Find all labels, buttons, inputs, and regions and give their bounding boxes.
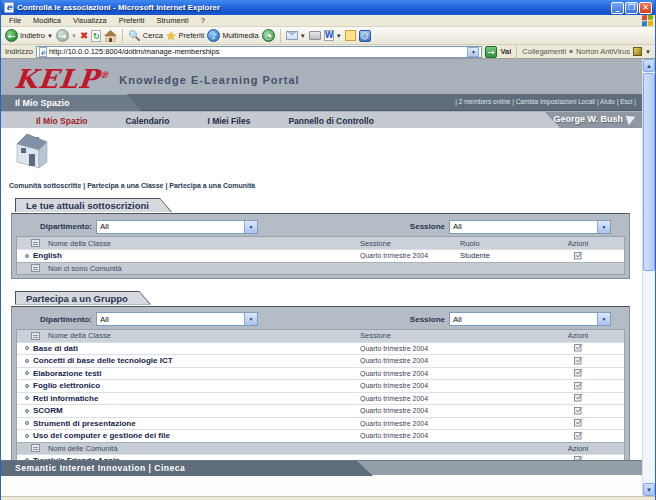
- dept-select[interactable]: All▼: [96, 220, 258, 234]
- space-bar: Il Mio Spazio | 2 members online | Cambi…: [1, 94, 642, 111]
- class-link[interactable]: Reti informatiche: [33, 394, 98, 403]
- address-dropdown-icon[interactable]: ▼: [467, 47, 479, 57]
- session-cell: Quarto trimestre 2004: [360, 252, 460, 259]
- scrollbar-thumb[interactable]: [643, 73, 655, 271]
- antivirus-button[interactable]: Norton AntiVirus: [576, 47, 630, 56]
- menu-item[interactable]: Strumenti: [151, 16, 195, 25]
- session-cell: Quarto trimestre 2004: [360, 357, 532, 364]
- scrollbar-track[interactable]: [643, 272, 655, 483]
- subscriptions-section-tab: Le tue attuali sottoscrizioni: [15, 198, 172, 212]
- links-chevron-icon[interactable]: »: [569, 48, 573, 55]
- class-link[interactable]: Uso del computer e gestione dei file: [33, 431, 170, 440]
- join-group-title: Partecipa a un Gruppo: [16, 292, 150, 305]
- home-button[interactable]: [104, 30, 117, 42]
- address-input[interactable]: e http://10.0.0.125:8004/dotlrn/manage-m…: [36, 46, 483, 58]
- menu-item[interactable]: Visualizza: [67, 16, 113, 25]
- session-cell: Quarto trimestre 2004: [360, 432, 532, 439]
- antivirus-icon: [633, 47, 642, 56]
- class-link[interactable]: Strumenti di presentazione: [33, 419, 136, 428]
- class-link[interactable]: English: [33, 251, 62, 260]
- action-unsubscribe-icon[interactable]: [573, 427, 584, 445]
- below-footer: [1, 475, 642, 496]
- nav-tabstrip: Il Mio SpazioCalendarioI Miei FilesPanne…: [1, 112, 561, 129]
- page-icon: e: [39, 47, 47, 57]
- menu-item[interactable]: Preferiti: [113, 16, 151, 25]
- search-button[interactable]: 🔍Cerca: [128, 30, 163, 41]
- title-bar: e Controlla le associazioni - Microsoft …: [1, 0, 655, 15]
- back-dropdown-icon[interactable]: ▼: [47, 33, 53, 39]
- nav-tab[interactable]: I Miei Files: [207, 116, 250, 126]
- dept-select[interactable]: All▼: [96, 312, 258, 326]
- print-button[interactable]: [309, 31, 321, 40]
- menu-item[interactable]: Modifica: [27, 16, 67, 25]
- chevron-down-icon[interactable]: ▼: [597, 221, 610, 233]
- class-link[interactable]: Base di dati: [33, 344, 78, 353]
- session-cell: Quarto trimestre 2004: [360, 370, 532, 377]
- class-row: EnglishQuarto trimestre 2004Studente: [17, 249, 624, 262]
- stop-button[interactable]: ✖: [80, 30, 88, 41]
- media-button[interactable]: ♪Multimedia: [207, 29, 258, 42]
- class-icon: [31, 332, 40, 340]
- word-icon: W: [324, 30, 334, 41]
- bullet-icon: [25, 434, 29, 438]
- join-group-panel: Dipartimento: All▼ Sessione All▼ Nome de…: [11, 306, 630, 472]
- nav-tab[interactable]: Il Mio Spazio: [36, 116, 87, 126]
- edit-button[interactable]: W▼: [324, 30, 342, 41]
- refresh-button[interactable]: ↻: [91, 30, 101, 42]
- go-icon[interactable]: →: [485, 46, 497, 58]
- search-icon: 🔍: [128, 30, 140, 41]
- class-link[interactable]: Foglio elettronico: [33, 381, 100, 390]
- messenger-button[interactable]: ☺: [359, 30, 371, 42]
- join-group-table: Nome della Classe Sessione Azioni Base d…: [16, 329, 625, 468]
- go-button[interactable]: Vai: [500, 47, 511, 56]
- minimize-button[interactable]: _: [611, 2, 624, 14]
- menu-item[interactable]: ?: [195, 16, 211, 25]
- links-button[interactable]: Collegamenti: [522, 47, 566, 56]
- toolbar-separator: [280, 29, 281, 43]
- space-tab: Il Mio Spazio: [1, 94, 141, 111]
- footer-bar: Semantic Internet Innovation | Cineca: [1, 460, 642, 475]
- bullet-icon: [25, 409, 29, 413]
- nav-bar: Il Mio SpazioCalendarioI Miei FilesPanne…: [1, 111, 642, 128]
- vertical-scrollbar[interactable]: ▲ ▼: [642, 59, 655, 496]
- action-unsubscribe-icon[interactable]: [573, 247, 584, 265]
- scroll-down-icon[interactable]: ▼: [643, 483, 655, 496]
- antivirus-dropdown-icon[interactable]: ▼: [645, 49, 651, 55]
- session-select[interactable]: All▼: [449, 220, 611, 234]
- note-icon: [345, 30, 356, 41]
- ie-icon: e: [4, 2, 14, 13]
- home-icon: [104, 30, 117, 42]
- history-button[interactable]: ◔: [262, 29, 275, 42]
- class-link[interactable]: Elaborazione testi: [33, 369, 101, 378]
- close-button[interactable]: ✕: [639, 2, 652, 14]
- refresh-icon: ↻: [91, 30, 101, 42]
- nav-tab[interactable]: Pannello di Controllo: [288, 116, 373, 126]
- session-cell: Quarto trimestre 2004: [360, 407, 532, 414]
- back-button[interactable]: ←Indietro▼: [5, 29, 53, 42]
- menu-bar: FileModificaVisualizzaPreferitiStrumenti…: [1, 15, 655, 27]
- mail-button[interactable]: ▼: [286, 31, 306, 40]
- chevron-down-icon[interactable]: ▼: [244, 313, 257, 325]
- session-links[interactable]: | 2 members online | Cambia Impostazioni…: [455, 98, 636, 105]
- class-link[interactable]: SCORM: [33, 406, 63, 415]
- session-label: Sessione: [410, 222, 445, 231]
- community-icon: [31, 444, 40, 452]
- restore-button[interactable]: ❐: [625, 2, 638, 14]
- browser-window: e Controlla le associazioni - Microsoft …: [0, 0, 656, 500]
- discuss-button[interactable]: [345, 30, 356, 41]
- chevron-down-icon[interactable]: ▼: [597, 313, 610, 325]
- class-icon: [31, 239, 40, 247]
- community-icon: [31, 264, 40, 272]
- footer-credit[interactable]: Semantic Internet Innovation | Cineca: [1, 461, 373, 476]
- class-link[interactable]: Concetti di base delle tecnologie ICT: [33, 356, 173, 365]
- messenger-icon: ☺: [359, 30, 371, 42]
- menu-item[interactable]: File: [3, 16, 27, 25]
- favorites-button[interactable]: ★Preferiti: [166, 29, 205, 43]
- forward-button[interactable]: →▼: [56, 29, 77, 42]
- join-group-rows: Base di datiQuarto trimestre 2004Concett…: [17, 342, 624, 442]
- breadcrumb[interactable]: Comunità sottoscritte | Partecipa a una …: [9, 182, 642, 194]
- chevron-down-icon[interactable]: ▼: [244, 221, 257, 233]
- scroll-up-icon[interactable]: ▲: [643, 59, 655, 72]
- nav-tab[interactable]: Calendario: [125, 116, 169, 126]
- session-select[interactable]: All▼: [449, 312, 611, 326]
